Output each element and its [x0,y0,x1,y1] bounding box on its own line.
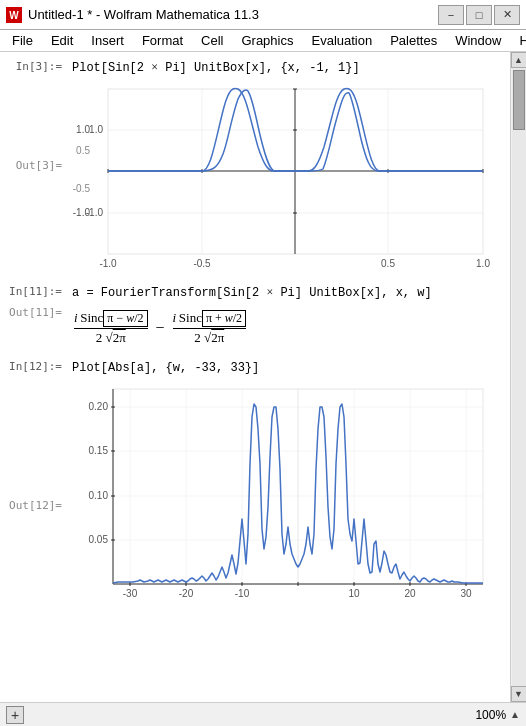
out3-label: Out[3]= [0,79,68,279]
svg-text:1.0: 1.0 [476,258,490,269]
out11-content: i Sincπ − w/2 2 √2π − i Sincπ + w/2 2 √2… [68,304,510,352]
menu-insert[interactable]: Insert [83,31,132,50]
svg-text:-1.0: -1.0 [73,207,91,218]
in11-text: a = FourierTransform[Sin[2 × Pi] UnitBox… [72,286,432,300]
frac-left-num: i Sincπ − w/2 [74,310,148,329]
svg-text:10: 10 [348,588,360,599]
frac-right-den: 2 √2π [194,329,224,346]
title-text: Untitled-1 * - Wolfram Mathematica 11.3 [28,7,259,22]
in3-label: In[3]:= [0,58,68,73]
right-scrollbar[interactable]: ▲ ▼ [510,52,526,702]
svg-text:-20: -20 [179,588,194,599]
menu-format[interactable]: Format [134,31,191,50]
close-button[interactable]: ✕ [494,5,520,25]
plot-out3[interactable]: -0.5 0.5 -1.0 1.0 1.0 -1.0 1.0 0.5 -0.5 [68,79,510,279]
svg-text:1.0: 1.0 [89,124,103,135]
cell-in11: In[11]:= a = FourierTransform[Sin[2 × Pi… [0,283,510,302]
in3-code[interactable]: Plot[Sin[2 × Pi] UnitBox[x], {x, -1, 1}] [68,58,510,77]
math-expression: i Sincπ − w/2 2 √2π − i Sincπ + w/2 2 √2… [72,306,506,350]
out11-label: Out[11]= [0,304,68,319]
in12-text: Plot[Abs[a], {w, -33, 33}] [72,361,259,375]
menu-help[interactable]: Help [511,31,526,50]
svg-text:-1.0: -1.0 [99,258,117,269]
in12-label: In[12]:= [0,358,68,373]
plot-out12[interactable]: -30 -20 -10 10 20 30 0.05 0.10 0.15 0.20 [68,379,510,604]
svg-text:0.20: 0.20 [89,401,109,412]
zoom-up-arrow[interactable]: ▲ [510,709,520,720]
cell-in3: In[3]:= Plot[Sin[2 × Pi] UnitBox[x], {x,… [0,58,510,77]
svg-text:0.5: 0.5 [76,145,90,156]
plot3-svg: -0.5 0.5 -1.0 1.0 1.0 -1.0 1.0 0.5 -0.5 [68,79,498,279]
svg-text:30: 30 [460,588,472,599]
plot12-svg: -30 -20 -10 10 20 30 0.05 0.10 0.15 0.20 [68,379,498,604]
menu-file[interactable]: File [4,31,41,50]
svg-text:-0.5: -0.5 [193,258,211,269]
minus-op: − [156,319,165,337]
svg-text:W: W [9,10,19,21]
frac-left-den: 2 √2π [96,329,126,346]
svg-text:1.0: 1.0 [76,124,90,135]
in12-code[interactable]: Plot[Abs[a], {w, -33, 33}] [68,358,510,377]
scroll-track[interactable] [512,68,526,686]
app-icon: W [6,7,22,23]
title-bar: W Untitled-1 * - Wolfram Mathematica 11.… [0,0,526,30]
frac-left: i Sincπ − w/2 2 √2π [74,310,148,346]
in11-label: In[11]:= [0,283,68,298]
plot-out12-container: Out[12]= [0,379,510,604]
status-left: + [6,706,24,724]
out12-label: Out[12]= [0,379,68,604]
main-content: In[3]:= Plot[Sin[2 × Pi] UnitBox[x], {x,… [0,52,526,702]
svg-text:0.15: 0.15 [89,445,109,456]
frac-right: i Sincπ + w/2 2 √2π [173,310,247,346]
menu-graphics[interactable]: Graphics [233,31,301,50]
cell-in12: In[12]:= Plot[Abs[a], {w, -33, 33}] [0,358,510,377]
minimize-button[interactable]: − [438,5,464,25]
svg-text:0.10: 0.10 [89,490,109,501]
scroll-thumb[interactable] [513,70,525,130]
menu-window[interactable]: Window [447,31,509,50]
menu-cell[interactable]: Cell [193,31,231,50]
svg-text:0.5: 0.5 [381,258,395,269]
menu-palettes[interactable]: Palettes [382,31,445,50]
in3-text: Plot[Sin[2 × Pi] UnitBox[x], {x, -1, 1}] [72,61,360,75]
title-left: W Untitled-1 * - Wolfram Mathematica 11.… [6,7,259,23]
maximize-button[interactable]: □ [466,5,492,25]
menu-bar: File Edit Insert Format Cell Graphics Ev… [0,30,526,52]
notebook[interactable]: In[3]:= Plot[Sin[2 × Pi] UnitBox[x], {x,… [0,52,510,702]
title-buttons: − □ ✕ [438,5,520,25]
svg-text:20: 20 [404,588,416,599]
in11-code[interactable]: a = FourierTransform[Sin[2 × Pi] UnitBox… [68,283,510,302]
svg-text:0.05: 0.05 [89,534,109,545]
scroll-up-arrow[interactable]: ▲ [511,52,527,68]
zoom-area: 100% ▲ [475,708,520,722]
svg-text:-30: -30 [123,588,138,599]
cell-out11: Out[11]= i Sincπ − w/2 2 √2π − [0,304,510,352]
status-bar: + 100% ▲ [0,702,526,726]
frac-right-num: i Sincπ + w/2 [173,310,247,329]
svg-text:-0.5: -0.5 [73,183,91,194]
svg-text:-10: -10 [235,588,250,599]
plot-out3-container: Out[3]= [0,79,510,279]
scroll-down-arrow[interactable]: ▼ [511,686,527,702]
menu-edit[interactable]: Edit [43,31,81,50]
zoom-level: 100% [475,708,506,722]
menu-evaluation[interactable]: Evaluation [303,31,380,50]
add-cell-button[interactable]: + [6,706,24,724]
